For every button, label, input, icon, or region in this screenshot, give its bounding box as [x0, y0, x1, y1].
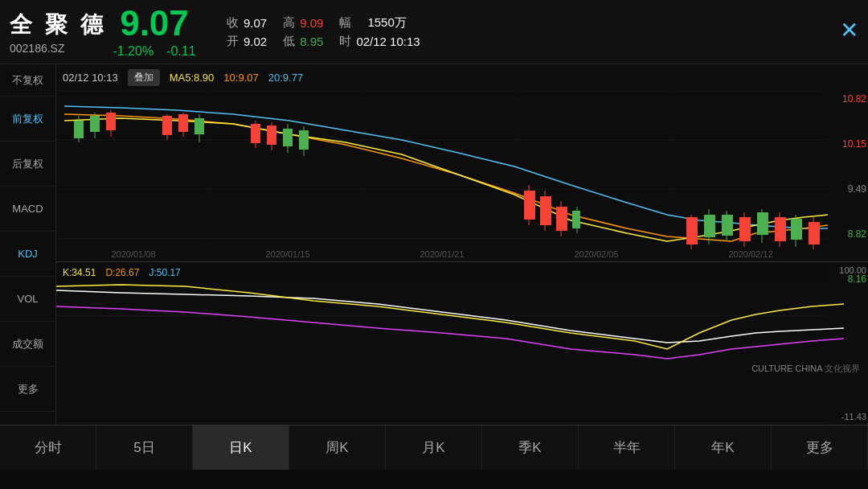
kdj-info-bar: K:34.51 D:26.67 J:50.17: [56, 264, 828, 281]
chart-sidebar: 不复权 前复权 后复权 MACD KDJ VOL 成交额 更多: [0, 64, 56, 425]
sidebar-item-vol[interactable]: VOL: [0, 277, 55, 322]
chart-date: 02/12 10:13: [63, 72, 118, 84]
ma20-label: 20:9.77: [268, 72, 303, 84]
time-value: 02/12 10:13: [356, 35, 420, 48]
x-label-4: 2020/02/12: [728, 249, 772, 259]
ma5-label: MA5:8.90: [170, 72, 215, 84]
price-change-abs: -0.11: [166, 44, 195, 59]
tab-weekly-k[interactable]: 周K: [289, 425, 386, 470]
vol-label: 幅: [339, 15, 351, 31]
price-label-2: 10.15: [829, 138, 866, 150]
svg-rect-26: [283, 129, 293, 146]
watermark: CULTURE CHINA 文化视界: [751, 363, 860, 375]
sidebar-item-turnover[interactable]: 成交额: [0, 322, 55, 367]
price-label-top: 10.82: [829, 93, 866, 105]
sidebar-item-pre-adjust[interactable]: 前复权: [0, 97, 55, 142]
chart-info-bar: 02/12 10:13 叠加 MA5:8.90 10:9.07 20:9.77: [56, 64, 868, 90]
tab-half-year[interactable]: 半年: [579, 425, 675, 470]
tab-yearly-k[interactable]: 年K: [675, 425, 772, 470]
vol-value: 1550万: [367, 15, 406, 31]
stock-identity: 全 聚 德 002186.SZ: [10, 10, 106, 55]
svg-rect-48: [775, 217, 786, 241]
chart-tabs: 分时 5日 日K 周K 月K 季K 半年 年K 更多: [0, 425, 868, 470]
kdj-label-bottom: -11.43: [829, 412, 866, 421]
high-label: 高: [283, 15, 295, 31]
sidebar-item-no-adjust[interactable]: 不复权: [0, 64, 55, 97]
svg-rect-52: [809, 222, 820, 244]
kdj-d: D:26.67: [105, 267, 139, 278]
svg-rect-24: [267, 125, 276, 145]
x-label-0: 2020/01/08: [111, 249, 155, 259]
tab-monthly-k[interactable]: 月K: [386, 425, 482, 470]
chart-area: 不复权 前复权 后复权 MACD KDJ VOL 成交额 更多 02/12 10…: [0, 64, 868, 425]
tab-more[interactable]: 更多: [772, 425, 868, 470]
sidebar-item-post-adjust[interactable]: 后复权: [0, 142, 55, 187]
svg-rect-10: [74, 121, 84, 138]
stock-header: 全 聚 德 002186.SZ 9.07 -1.20% -0.11 收 9.07…: [0, 0, 868, 64]
svg-rect-36: [572, 211, 580, 228]
close-button[interactable]: ✕: [840, 19, 858, 42]
stock-code: 002186.SZ: [10, 42, 106, 55]
svg-rect-16: [162, 116, 172, 135]
price-label-3: 9.49: [829, 183, 866, 195]
svg-rect-40: [704, 215, 715, 237]
svg-rect-28: [299, 130, 309, 150]
main-chart[interactable]: 02/12 10:13 叠加 MA5:8.90 10:9.07 20:9.77: [56, 64, 868, 425]
stock-stats: 收 9.07 高 9.09 幅 1550万 开 9.02 低 8.95: [203, 15, 840, 49]
tab-quarterly-k[interactable]: 季K: [482, 425, 579, 470]
price-axis: 10.82 10.15 9.49 8.82 8.16: [828, 90, 868, 288]
open-label: 开: [227, 34, 239, 49]
x-label-1: 2020/01/15: [265, 249, 309, 259]
open-value: 9.02: [244, 35, 267, 48]
kdj-axis: 100.00 -11.43: [828, 262, 868, 425]
svg-rect-22: [251, 124, 260, 143]
kdj-k: K:34.51: [63, 267, 96, 278]
watermark-brand: CULTURE CHINA: [751, 364, 822, 373]
sidebar-item-kdj[interactable]: KDJ: [0, 232, 55, 277]
svg-rect-50: [791, 219, 802, 240]
sidebar-item-more[interactable]: 更多: [0, 367, 55, 412]
x-label-2: 2020/01/21: [420, 249, 464, 259]
svg-rect-34: [556, 207, 567, 231]
low-value: 8.95: [300, 35, 323, 48]
current-price: 9.07: [120, 6, 189, 41]
svg-rect-32: [540, 196, 551, 225]
price-change-pct: -1.20%: [113, 44, 154, 59]
x-label-3: 2020/02/05: [574, 249, 618, 259]
tab-5-day[interactable]: 5日: [96, 425, 193, 470]
high-value: 9.09: [300, 16, 323, 30]
svg-rect-18: [178, 114, 188, 132]
svg-rect-44: [739, 217, 751, 241]
sidebar-item-macd[interactable]: MACD: [0, 187, 55, 232]
watermark-sub: 文化视界: [825, 364, 860, 373]
close-label: 收: [227, 15, 239, 31]
tab-fen-shi[interactable]: 分时: [0, 425, 96, 470]
kdj-chart: [56, 262, 828, 425]
svg-rect-14: [106, 113, 116, 130]
low-label: 低: [283, 34, 295, 49]
stock-name: 全 聚 德: [10, 10, 106, 40]
x-axis-labels: 2020/01/08 2020/01/15 2020/01/21 2020/02…: [56, 246, 828, 262]
overlay-button[interactable]: 叠加: [128, 69, 160, 86]
svg-rect-38: [686, 217, 698, 244]
svg-rect-20: [194, 118, 204, 134]
price-display: 9.07 -1.20% -0.11: [106, 6, 203, 59]
header-right: ✕: [840, 23, 858, 42]
tab-daily-k[interactable]: 日K: [193, 425, 289, 470]
time-label: 时: [339, 34, 351, 49]
kdj-j: J:50.17: [149, 267, 180, 278]
svg-rect-12: [90, 116, 100, 132]
ma10-label: 10:9.07: [223, 72, 258, 84]
kdj-label-top: 100.00: [829, 265, 866, 275]
close-value: 9.07: [244, 16, 267, 30]
svg-rect-46: [757, 212, 768, 235]
svg-rect-42: [722, 215, 733, 236]
price-label-4: 8.82: [829, 228, 866, 240]
svg-rect-30: [524, 191, 535, 220]
